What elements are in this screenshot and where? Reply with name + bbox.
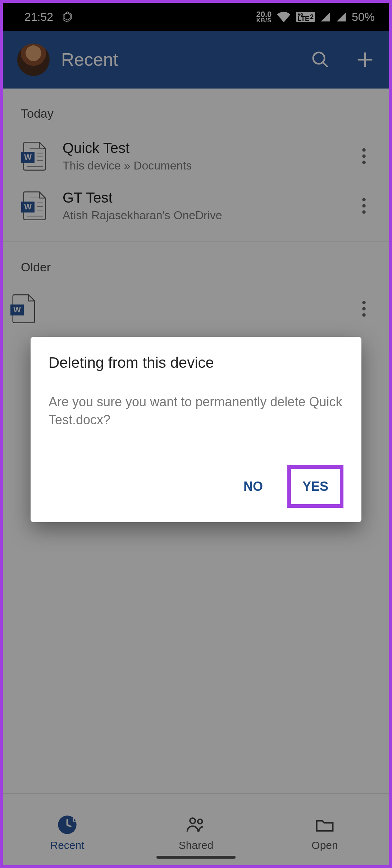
modal-scrim[interactable]: Deleting from this device Are you sure y… [3, 3, 389, 865]
delete-confirm-dialog: Deleting from this device Are you sure y… [31, 337, 361, 522]
dialog-no-button[interactable]: NO [233, 470, 273, 503]
dialog-title: Deleting from this device [49, 354, 343, 371]
dialog-yes-button[interactable]: YES [292, 470, 338, 503]
device-frame: 21:52 20.0 KB/S Vo LTE 2 50% Recent [3, 3, 389, 865]
yes-highlight: YES [287, 465, 343, 508]
dialog-body: Are you sure you want to permanently del… [49, 393, 343, 429]
